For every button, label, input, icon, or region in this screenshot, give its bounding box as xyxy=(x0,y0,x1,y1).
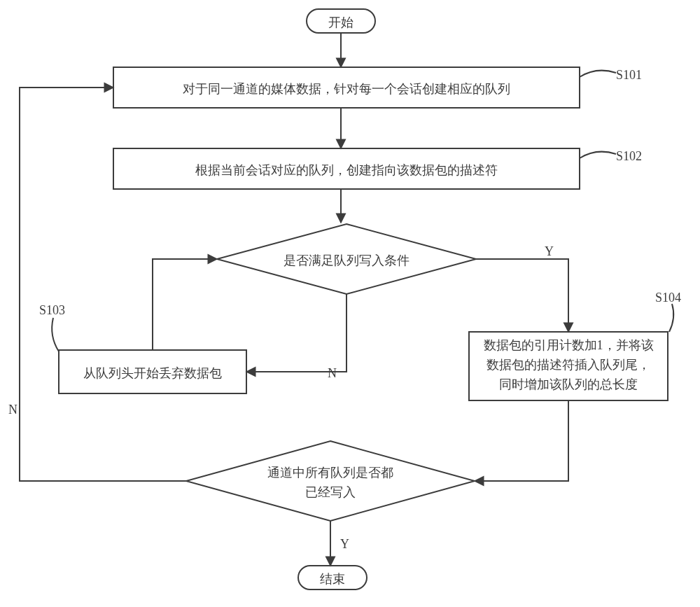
edge-d1-no xyxy=(246,294,346,372)
start-label: 开始 xyxy=(307,13,375,33)
edge-s104-d2 xyxy=(475,400,568,481)
d2-line2: 已经写入 xyxy=(210,483,451,503)
s101-tag: S101 xyxy=(616,66,642,85)
tag-leader-s102 xyxy=(580,152,616,158)
tag-leader-s101 xyxy=(580,71,616,77)
edge-d1-yes xyxy=(476,259,568,332)
d2-yes-label: Y xyxy=(340,535,349,554)
tag-leader-s104 xyxy=(669,304,673,332)
end-label: 结束 xyxy=(298,570,367,589)
tag-leader-s103 xyxy=(52,318,59,351)
s101-text: 对于同一通道的媒体数据，针对每一个会话创建相应的队列 xyxy=(113,80,580,99)
s104-line3: 同时增加该队列的总长度 xyxy=(472,375,665,395)
d2-no-label: N xyxy=(8,400,18,420)
edge-s103-d1 xyxy=(153,259,217,350)
s102-tag: S102 xyxy=(616,147,642,167)
d2-line1: 通道中所有队列是否都 xyxy=(210,463,451,483)
s104-tag: S104 xyxy=(655,288,681,308)
d1-no-label: N xyxy=(328,364,337,384)
s103-text: 从队列头开始丢弃数据包 xyxy=(59,364,246,384)
s102-text: 根据当前会话对应的队列，创建指向该数据包的描述符 xyxy=(113,161,580,181)
d1-yes-label: Y xyxy=(545,242,554,262)
s104-line2: 数据包的描述符插入队列尾， xyxy=(472,356,665,375)
s103-tag: S103 xyxy=(39,301,65,321)
edge-d2-no xyxy=(20,88,186,481)
d1-text: 是否满足队列写入条件 xyxy=(217,251,476,271)
s104-line1: 数据包的引用计数加1，并将该 xyxy=(472,336,665,356)
